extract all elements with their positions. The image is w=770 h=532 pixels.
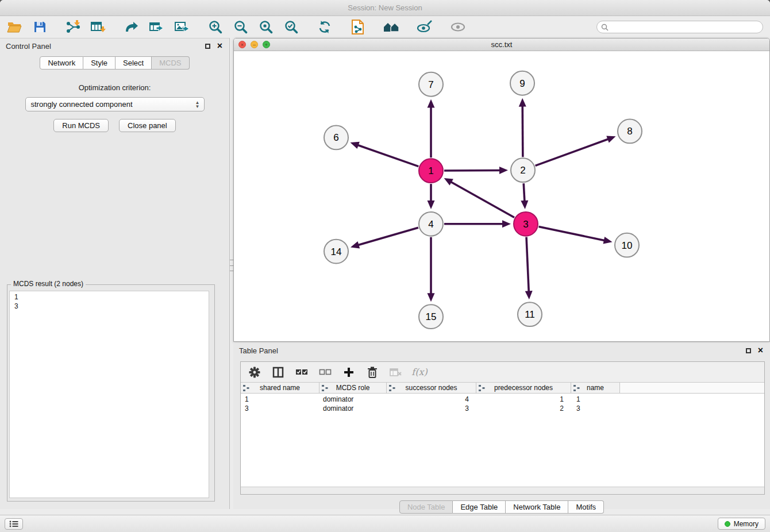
task-history-button[interactable] — [5, 518, 23, 530]
table-panel-tabs: Node Table Edge Table Network Table Moti… — [399, 500, 604, 514]
table-cell[interactable]: 3 — [571, 404, 620, 413]
mcds-result-list[interactable]: 13 — [9, 291, 209, 498]
tab-node-table[interactable]: Node Table — [399, 500, 453, 514]
column-header-name[interactable]: name — [571, 383, 620, 393]
table-cell[interactable]: 2 — [476, 404, 571, 413]
select-all-icon[interactable] — [295, 365, 309, 379]
network-window-title: scc.txt — [234, 40, 769, 49]
graph-edge-4-14[interactable] — [357, 228, 418, 245]
table-cell[interactable]: dominator — [319, 395, 387, 403]
float-panel-icon[interactable] — [205, 44, 210, 49]
tab-network-table[interactable]: Network Table — [506, 500, 568, 514]
search-input[interactable] — [611, 22, 763, 32]
import-table-icon[interactable] — [90, 19, 107, 35]
graph-node-label: 8 — [627, 126, 632, 137]
table-cell[interactable]: 4 — [387, 395, 476, 403]
deselect-all-icon[interactable] — [318, 365, 332, 379]
save-session-icon[interactable] — [31, 19, 48, 35]
network-window-titlebar[interactable]: scc.txt × – + — [234, 38, 769, 51]
delete-table-icon — [389, 365, 403, 379]
graph-edge-1-6[interactable] — [357, 145, 419, 166]
zoom-in-icon[interactable] — [207, 19, 224, 35]
search-box[interactable] — [596, 21, 763, 33]
visibility-icon[interactable] — [449, 19, 467, 35]
column-label: successor nodes — [405, 384, 457, 392]
table-cell[interactable]: 1 — [571, 395, 620, 403]
network-window: scc.txt × – + 7968124310141511 — [233, 38, 770, 342]
control-panel-title: Control Panel — [6, 42, 205, 51]
graph-edge-2-8[interactable] — [536, 139, 609, 166]
network-graph[interactable]: 7968124310141511 — [234, 51, 769, 341]
table-cell[interactable]: 3 — [241, 404, 319, 413]
close-table-panel-icon[interactable]: × — [758, 346, 763, 354]
graph-edge-2-9[interactable] — [522, 106, 523, 157]
float-table-panel-icon[interactable] — [746, 348, 751, 353]
tab-network[interactable]: Network — [40, 56, 83, 70]
graph-node-label: 6 — [333, 132, 338, 143]
graph-edge-arrow — [428, 99, 435, 108]
tab-style[interactable]: Style — [83, 56, 116, 70]
minimize-window-icon[interactable]: – — [251, 41, 258, 48]
gear-icon[interactable] — [248, 365, 261, 379]
graph-edge-arrow — [351, 142, 360, 149]
export-image-icon[interactable] — [174, 19, 191, 35]
graph-edge-arrow — [499, 167, 508, 174]
graph-node-label: 1 — [428, 165, 433, 176]
graph-edge-arrow — [428, 201, 435, 209]
column-label: predecessor nodes — [494, 384, 553, 392]
add-column-icon[interactable] — [342, 365, 356, 379]
mcds-result-item[interactable]: 3 — [10, 302, 209, 311]
table-cell[interactable]: 3 — [387, 404, 476, 413]
table-row[interactable]: 3dominator323 — [241, 404, 764, 413]
import-network-icon[interactable] — [64, 19, 82, 35]
export-table-icon[interactable] — [148, 19, 165, 35]
criterion-dropdown[interactable]: strongly connected component ▲▼ — [25, 97, 205, 111]
close-window-icon[interactable]: × — [238, 41, 246, 48]
table-cell[interactable]: 1 — [241, 395, 319, 403]
run-mcds-button[interactable]: Run MCDS — [53, 119, 109, 132]
tab-motifs[interactable]: Motifs — [568, 500, 604, 514]
graph-edge-2-3[interactable] — [523, 183, 525, 202]
network-canvas[interactable]: 7968124310141511 — [234, 51, 769, 341]
title-bar[interactable]: Session: New Session — [0, 0, 770, 16]
horizontal-scrollbar[interactable] — [241, 487, 764, 494]
tab-edge-table[interactable]: Edge Table — [453, 500, 506, 514]
network-branch-icon[interactable] — [123, 19, 140, 35]
column-header-successor-nodes[interactable]: successor nodes — [387, 383, 476, 393]
zoom-out-icon[interactable] — [232, 19, 249, 35]
table-cell[interactable]: dominator — [319, 404, 387, 413]
table-row[interactable]: 1dominator411 — [241, 395, 764, 404]
mcds-result-item[interactable]: 1 — [10, 292, 209, 302]
column-type-icon — [573, 385, 580, 393]
maximize-window-icon[interactable]: + — [263, 41, 270, 48]
graph-edge-arrow — [521, 201, 528, 209]
tab-mcds[interactable]: MCDS — [152, 56, 189, 70]
graph-edge-arrow — [351, 241, 360, 248]
close-panel-button[interactable]: Close panel — [119, 119, 176, 132]
zoom-fit-icon[interactable] — [257, 19, 275, 35]
table-cell[interactable]: 1 — [476, 395, 571, 403]
tab-select[interactable]: Select — [116, 56, 152, 70]
document-network-icon[interactable] — [349, 19, 367, 35]
graph-edge-3-10[interactable] — [539, 227, 605, 241]
graph-edge-1-2[interactable] — [444, 170, 500, 171]
graph-node-label: 11 — [525, 309, 535, 320]
close-panel-icon[interactable]: × — [217, 42, 222, 50]
graph-edge-3-11[interactable] — [526, 237, 529, 292]
window-title: Session: New Session — [348, 3, 422, 12]
column-header-mcds-role[interactable]: MCDS role — [319, 383, 387, 393]
column-header-shared-name[interactable]: shared name — [241, 383, 319, 393]
memory-button[interactable]: Memory — [718, 518, 765, 530]
refresh-icon[interactable] — [316, 19, 333, 35]
graph-edge-3-1[interactable] — [451, 182, 514, 217]
control-panel-tabs: Network Style Select MCDS — [0, 56, 229, 70]
column-header-predecessor-nodes[interactable]: predecessor nodes — [476, 383, 571, 393]
home-icon[interactable] — [383, 19, 400, 35]
table-panel-title: Table Panel — [239, 346, 746, 355]
open-folder-icon[interactable] — [6, 19, 23, 35]
delete-column-icon[interactable] — [365, 365, 379, 379]
split-column-icon[interactable] — [271, 365, 285, 379]
graph-node-label: 7 — [428, 79, 433, 90]
style-eye-icon[interactable] — [416, 19, 433, 35]
zoom-selected-icon[interactable] — [283, 19, 300, 35]
